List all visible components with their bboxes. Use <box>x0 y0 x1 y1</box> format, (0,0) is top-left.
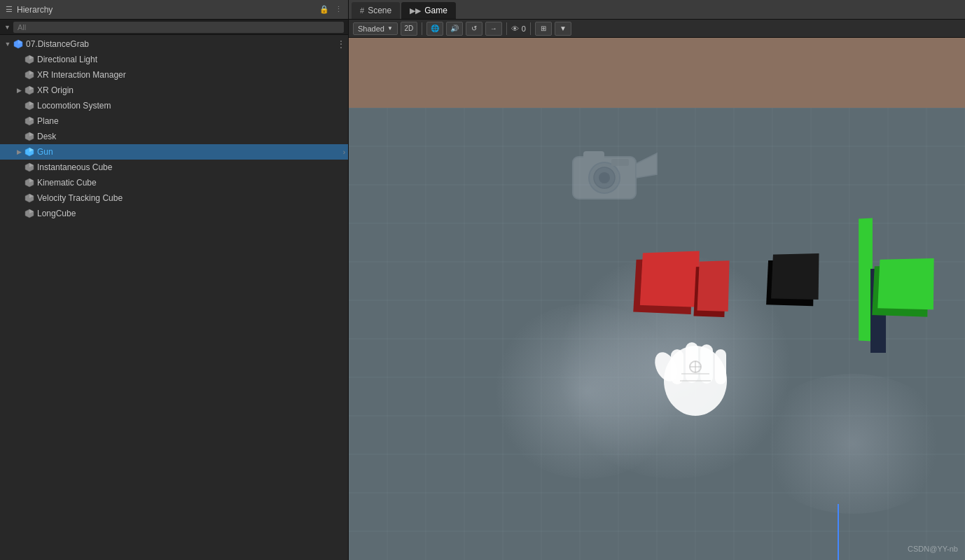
shading-label: Shaded <box>358 24 384 33</box>
arrow-icon: → <box>490 24 497 32</box>
desk-icon <box>24 131 35 142</box>
eye-label: 👁 <box>511 24 519 33</box>
svg-marker-59 <box>636 153 657 178</box>
velocity-tracking-cube-icon <box>24 192 35 204</box>
audio-btn[interactable]: 🔊 <box>446 22 463 36</box>
search-input[interactable] <box>13 22 344 33</box>
hierarchy-search-bar: ▼ <box>0 20 348 35</box>
hierarchy-item-root[interactable]: 07.DistanceGrab ⋮ <box>0 36 348 52</box>
more-btn[interactable]: ▼ <box>555 22 571 36</box>
toolbar-separator-3 <box>530 22 531 35</box>
options-icon[interactable]: ⋮ <box>335 5 342 14</box>
audio-icon: 🔊 <box>450 24 459 32</box>
refresh-icon: ↺ <box>471 24 477 32</box>
mode-2d-label: 2D <box>404 24 413 32</box>
xr-origin-label: XR Origin <box>37 85 74 95</box>
camera-icon-3d <box>566 139 671 209</box>
xr-origin-arrow[interactable] <box>14 85 24 95</box>
scene-background: CSDN@YY-nb <box>349 38 965 560</box>
xr-interaction-manager-icon <box>24 69 35 80</box>
viewport-tabs: # Scene ▶▶ Game <box>349 0 965 20</box>
globe-btn[interactable]: 🌐 <box>426 22 443 36</box>
long-cube-icon <box>24 208 35 219</box>
hierarchy-icon: ☰ <box>6 5 13 14</box>
xr-interaction-manager-label: XR Interaction Manager <box>37 70 126 80</box>
svg-rect-58 <box>611 159 629 166</box>
instantaneous-cube-icon <box>24 162 35 173</box>
viewport-canvas: CSDN@YY-nb <box>349 38 965 560</box>
game-tab-label: Game <box>424 6 447 15</box>
hierarchy-item-desk[interactable]: Desk <box>0 129 348 144</box>
svg-point-56 <box>599 172 610 183</box>
hierarchy-panel: ☰ Hierarchy 🔒 ⋮ ▼ <box>0 0 349 560</box>
gun-arrow[interactable] <box>14 147 24 157</box>
hierarchy-item-gun[interactable]: Gun › <box>0 144 348 160</box>
gun-icon <box>24 146 35 158</box>
desk-label: Desk <box>37 132 56 141</box>
grid-btn[interactable]: ⊞ <box>535 22 552 36</box>
plane-label: Plane <box>37 116 59 126</box>
hierarchy-item-locomotion-system[interactable]: Locomotion System <box>0 98 348 113</box>
hierarchy-item-xr-origin[interactable]: XR Origin <box>0 83 348 98</box>
root-icon <box>13 38 24 50</box>
locomotion-system-label: Locomotion System <box>37 101 111 111</box>
watermark: CSDN@YY-nb <box>908 545 958 553</box>
shadow-highlight-3 <box>755 374 951 514</box>
hand-controller <box>646 311 744 423</box>
velocity-tracking-cube-label: Velocity Tracking Cube <box>37 193 123 203</box>
viewport-toolbar: Shaded ▼ 2D 🌐 🔊 ↺ → 👁 0 <box>349 20 965 38</box>
kinematic-cube-label: Kinematic Cube <box>37 178 97 188</box>
black-cube <box>771 253 819 300</box>
hierarchy-item-long-cube[interactable]: LongCube <box>0 206 348 221</box>
header-left: ☰ Hierarchy <box>6 5 53 15</box>
scene-tab-icon: # <box>360 6 364 15</box>
hierarchy-item-velocity-tracking-cube[interactable]: Velocity Tracking Cube <box>0 190 348 206</box>
dropdown-arrow-icon: ▼ <box>4 24 11 31</box>
svg-rect-64 <box>715 349 726 384</box>
xr-origin-icon <box>24 85 35 96</box>
gun-chevron: › <box>343 148 345 156</box>
hierarchy-item-kinematic-cube[interactable]: Kinematic Cube <box>0 175 348 190</box>
main-layout: ☰ Hierarchy 🔒 ⋮ ▼ <box>0 0 965 560</box>
game-tab-icon: ▶▶ <box>410 6 421 15</box>
gun-label: Gun <box>37 147 53 157</box>
toolbar-separator-1 <box>422 22 422 35</box>
red-flat-piece <box>697 260 730 312</box>
more-icon: ▼ <box>560 24 567 32</box>
globe-icon: 🌐 <box>431 24 439 32</box>
hierarchy-item-xr-interaction-manager[interactable]: XR Interaction Manager <box>0 67 348 83</box>
scene-ceiling <box>349 38 965 108</box>
locomotion-system-icon <box>24 100 35 111</box>
directional-light-icon <box>24 54 35 65</box>
toolbar-separator-2 <box>506 22 507 35</box>
hierarchy-item-directional-light[interactable]: Directional Light <box>0 52 348 67</box>
tab-scene[interactable]: # Scene <box>352 2 400 19</box>
root-expand-arrow <box>3 39 13 49</box>
svg-rect-57 <box>583 151 604 160</box>
directional-light-label: Directional Light <box>37 55 97 64</box>
grid-icon: ⊞ <box>541 24 546 32</box>
green-cube <box>877 258 933 309</box>
root-label: 07.DistanceGrab <box>26 39 89 49</box>
refresh-btn[interactable]: ↺ <box>466 22 482 36</box>
shading-dropdown[interactable]: Shaded ▼ <box>353 22 398 35</box>
eye-value: 0 <box>522 24 526 33</box>
arrow-btn[interactable]: → <box>485 22 502 36</box>
hierarchy-item-instantaneous-cube[interactable]: Instantaneous Cube <box>0 160 348 175</box>
plane-icon <box>24 115 35 127</box>
hierarchy-item-plane[interactable]: Plane <box>0 113 348 129</box>
shading-dropdown-arrow: ▼ <box>387 25 393 31</box>
long-cube-label: LongCube <box>37 209 76 218</box>
mode-2d-btn[interactable]: 2D <box>401 22 417 36</box>
instantaneous-cube-label: Instantaneous Cube <box>37 162 112 172</box>
root-options[interactable]: ⋮ <box>337 39 345 49</box>
viewport-area: # Scene ▶▶ Game Shaded ▼ 2D 🌐 🔊 <box>349 0 965 560</box>
lock-icon[interactable]: 🔒 <box>319 5 329 14</box>
hierarchy-content: 07.DistanceGrab ⋮ Directional Light <box>0 35 348 560</box>
y-axis-line <box>838 504 839 560</box>
hierarchy-header: ☰ Hierarchy 🔒 ⋮ <box>0 0 348 20</box>
svg-rect-63 <box>700 344 713 384</box>
tab-game[interactable]: ▶▶ Game <box>401 2 456 19</box>
hierarchy-title: Hierarchy <box>17 5 53 15</box>
scene-tab-label: Scene <box>368 6 391 15</box>
